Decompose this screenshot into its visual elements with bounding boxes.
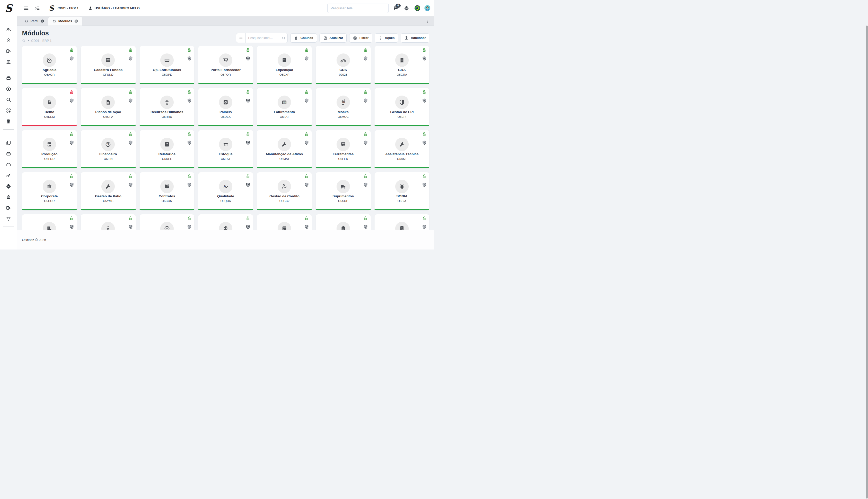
module-name: Financeiro (81, 152, 135, 156)
module-name: CDS (316, 68, 370, 72)
tab-options-button[interactable] (424, 18, 430, 24)
toolbar-menu-button[interactable] (236, 33, 246, 42)
module-name: Recursos Humanos (140, 110, 194, 114)
local-search-input[interactable] (246, 36, 280, 40)
tab-perfil[interactable]: Perfil (21, 16, 48, 26)
sidebar-item-collections[interactable] (3, 46, 14, 56)
sidebar-item-collections[interactable] (3, 203, 14, 213)
gear-icon (404, 5, 409, 11)
module-card-gestao-de-patio[interactable]: Gestão de PátioO5YMS (81, 172, 135, 210)
sidebar-item-sliders[interactable] (3, 116, 14, 126)
search-icon[interactable] (280, 36, 287, 40)
atualizar-button[interactable]: Atualizar (320, 33, 347, 42)
module-code: 02023 (316, 73, 370, 76)
module-card-sonia[interactable]: SONIAO5SIA (374, 172, 429, 210)
card-icon (164, 57, 170, 63)
unlocked-icon (363, 216, 368, 221)
sidebar-item-gear-ui[interactable] (3, 181, 14, 191)
module-card-ferramentas[interactable]: FerramentasO5FER (316, 130, 370, 168)
module-card-manutencao-de-ativos[interactable]: Manutenção de AtivosO5MAT (257, 130, 312, 168)
module-card-gestao-de-epi[interactable]: Gestão de EPIO5EPI (374, 88, 429, 126)
module-card[interactable] (140, 215, 194, 230)
module-card-faturamento[interactable]: FaturamentoO5FAT (257, 88, 312, 126)
filter-sq-icon (353, 36, 357, 40)
sidebar-item-building[interactable] (3, 57, 14, 67)
module-card-gra[interactable]: GRAO5GRA (374, 46, 429, 84)
sidebar-item-key[interactable] (3, 170, 14, 181)
bank-icon (46, 183, 53, 190)
colunas-button[interactable]: Colunas (290, 33, 317, 42)
module-card[interactable] (198, 215, 253, 230)
module-card-qualidade[interactable]: QualidadeO5QUA (198, 172, 253, 210)
close-tab-icon[interactable] (74, 19, 78, 23)
module-card-expedicao[interactable]: ExpediçãoO5EXP (257, 46, 312, 84)
module-name: Faturamento (257, 110, 312, 114)
tab-bar: Perfil Módulos (17, 16, 434, 26)
module-card-op-estruturadas[interactable]: Op. EstruturadasO5OPE (140, 46, 194, 84)
module-icon-circle (101, 96, 115, 109)
sidebar-item-search[interactable] (3, 95, 14, 105)
sidebar-item-grid-plus[interactable] (3, 105, 14, 116)
home-icon[interactable] (22, 39, 26, 42)
module-card-estoque[interactable]: EstoqueO5EST (198, 130, 253, 168)
hamburger-icon (239, 36, 243, 40)
module-name: Portal Fornecedor (198, 68, 253, 72)
sidebar-item-archive[interactable] (3, 148, 14, 159)
drawer-icon (222, 141, 229, 148)
module-card-producao[interactable]: ProduçãoO5PRD (22, 130, 77, 168)
settings-button[interactable] (403, 4, 410, 12)
module-card-relatorios[interactable]: RelatóriosO5REL (140, 130, 194, 168)
module-card-paineis[interactable]: PainéisO5DEX (198, 88, 253, 126)
profile-avatar[interactable] (425, 5, 430, 11)
module-card-recursos-humanos[interactable]: Recursos HumanosO5RHU (140, 88, 194, 126)
module-card-corporate[interactable]: CorporateO5COR (22, 172, 77, 210)
module-card-agricola[interactable]: AgrícolaO5AGR (22, 46, 77, 84)
module-card[interactable] (374, 215, 429, 230)
module-card-cds[interactable]: CDS02023 (316, 46, 370, 84)
sidebar-item-archive[interactable] (3, 159, 14, 170)
sidebar-item-funnel[interactable] (3, 214, 14, 224)
module-icon-circle (395, 138, 409, 151)
search-screen-input[interactable] (327, 4, 389, 13)
acoes-button[interactable]: Ações (375, 33, 398, 42)
sidebar-item-lock[interactable] (3, 192, 14, 202)
adicionar-button[interactable]: Adicionar (401, 33, 429, 42)
module-code: O5OPE (140, 73, 194, 76)
notifications-button[interactable]: 0 (393, 5, 399, 11)
box-icon (52, 19, 56, 23)
building-icon (6, 59, 11, 65)
filtrar-button[interactable]: Filtrar (349, 33, 372, 42)
current-user[interactable]: USUÁRIO - LEANDRO MELO (88, 6, 140, 11)
dollar-icon (105, 141, 111, 148)
module-card[interactable] (22, 215, 77, 230)
module-card-portal-fornecedor[interactable]: Portal FornecedorO5FOR (198, 46, 253, 84)
module-card-suprimentos[interactable]: SuprimentosO5SUP (316, 172, 370, 210)
module-icon-circle (43, 138, 56, 151)
sidebar-item-copy[interactable] (3, 138, 14, 148)
tab-modulos[interactable]: Módulos (48, 16, 82, 26)
module-card-planos-de-acao[interactable]: Planos de AçãoO5GPA (81, 88, 135, 126)
module-card[interactable] (257, 215, 312, 230)
sidebar-item-download[interactable] (3, 84, 14, 94)
module-card-cadastro-fundos[interactable]: Cadastro FundosCFUND (81, 46, 135, 84)
module-card-contratos[interactable]: ContratosO5CON (140, 172, 194, 210)
collapse-menu-button[interactable] (34, 4, 41, 12)
hamburger-menu-button[interactable] (23, 4, 30, 12)
unlocked-icon (363, 90, 368, 95)
module-card-demo[interactable]: DemoO5DEM (22, 88, 77, 126)
module-icon-circle (219, 53, 233, 67)
unlocked-icon (421, 216, 427, 221)
close-tab-icon[interactable] (40, 19, 44, 23)
shield-check-icon (128, 182, 133, 187)
sidebar-item-user[interactable] (3, 35, 14, 46)
module-card-financeiro[interactable]: FinanceiroO5FIN (81, 130, 135, 168)
sidebar-item-archive[interactable] (3, 73, 14, 83)
module-card[interactable] (316, 215, 370, 230)
module-card-mocks[interactable]: MocksO5MOC (316, 88, 370, 126)
sidebar-item-users[interactable] (3, 24, 14, 35)
module-card[interactable] (81, 215, 135, 230)
module-card-gestao-de-credito[interactable]: Gestão de CréditoO5GC2 (257, 172, 312, 210)
module-code: O5DEM (22, 115, 77, 118)
language-flag-button[interactable] (414, 5, 420, 11)
module-card-assistencia-tecnica[interactable]: Assistência TécnicaO5AST (374, 130, 429, 168)
